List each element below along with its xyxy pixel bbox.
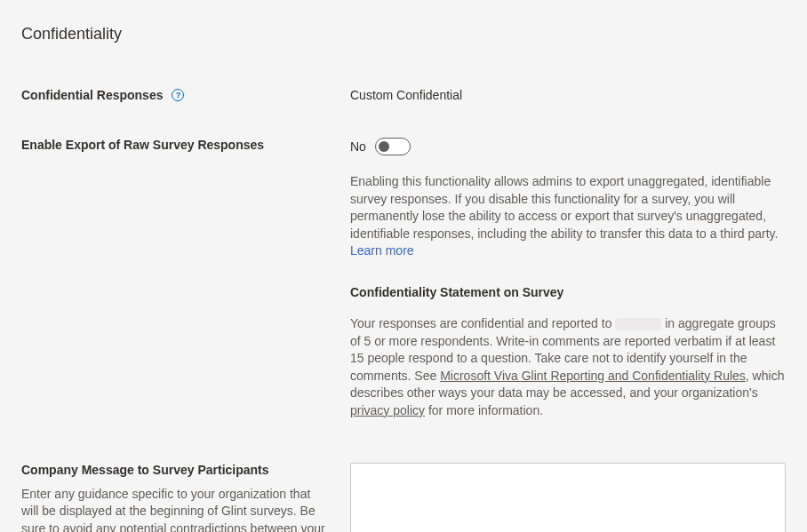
toggle-thumb-icon — [379, 141, 389, 152]
company-message-desc-text: Enter any guidance specific to your orga… — [21, 487, 325, 532]
company-message-desc: Enter any guidance specific to your orga… — [21, 486, 329, 532]
enable-export-toggle[interactable] — [375, 138, 411, 155]
confidential-responses-value: Custom Confidential — [350, 88, 462, 102]
confidential-responses-section: Confidential Responses ? Custom Confiden… — [21, 88, 786, 102]
company-message-section: Company Message to Survey Participants E… — [21, 463, 786, 532]
enable-export-section: Enable Export of Raw Survey Responses No… — [21, 138, 786, 420]
confidentiality-statement-heading: Confidentiality Statement on Survey — [350, 285, 786, 299]
enable-export-learn-more-link[interactable]: Learn more — [350, 243, 414, 258]
enable-export-toggle-state: No — [350, 139, 366, 154]
reporting-rules-link[interactable]: Microsoft Viva Glint Reporting and Confi… — [440, 369, 746, 383]
enable-export-label: Enable Export of Raw Survey Responses — [21, 138, 264, 152]
confidential-responses-label: Confidential Responses ? — [21, 88, 184, 102]
privacy-policy-link[interactable]: privacy policy — [350, 403, 425, 417]
company-message-textarea[interactable] — [350, 463, 786, 532]
enable-export-help-text: Enabling this functionality allows admin… — [350, 174, 778, 241]
info-icon[interactable]: ? — [172, 89, 184, 101]
enable-export-help: Enabling this functionality allows admin… — [350, 173, 786, 260]
page-title: Confidentiality — [21, 25, 786, 44]
confidential-responses-label-text: Confidential Responses — [21, 88, 163, 102]
confidentiality-statement-text: Your responses are confidential and repo… — [350, 315, 786, 420]
statement-part4: for more information. — [425, 403, 543, 417]
redacted-org-name — [615, 318, 661, 330]
company-message-label: Company Message to Survey Participants — [21, 463, 269, 477]
statement-part1: Your responses are confidential and repo… — [350, 316, 615, 330]
